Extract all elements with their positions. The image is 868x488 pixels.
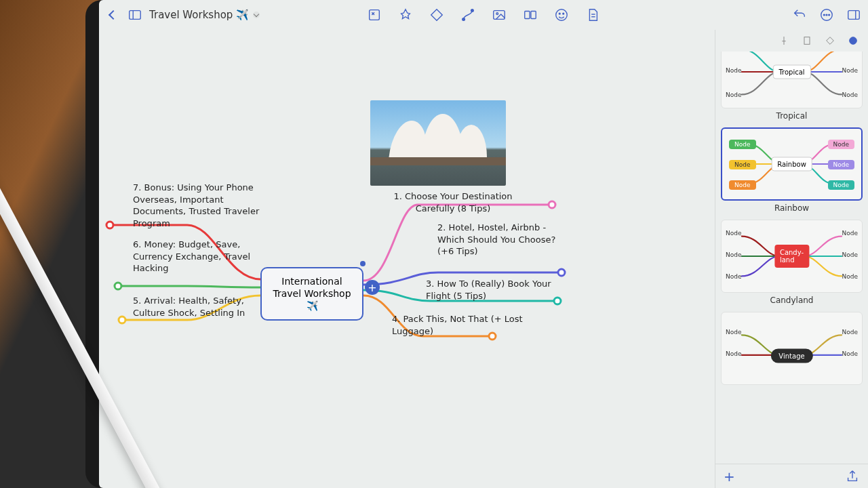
inspector-sidebar: Tropical Node Node Node Node Node Node T… xyxy=(715,30,868,488)
svg-point-5 xyxy=(462,18,465,21)
pin-icon[interactable] xyxy=(398,7,413,22)
svg-rect-20 xyxy=(848,11,860,20)
svg-rect-29 xyxy=(804,37,810,45)
destination-image[interactable] xyxy=(370,100,506,186)
svg-point-22 xyxy=(549,201,555,208)
svg-point-13 xyxy=(563,13,564,14)
sidebar-footer: + xyxy=(715,464,868,488)
svg-point-19 xyxy=(829,14,830,16)
theme-label: Candyland xyxy=(721,296,863,305)
svg-point-12 xyxy=(559,13,560,14)
svg-point-6 xyxy=(471,9,474,12)
branch-7[interactable]: 7. Bonus: Using Your Phone Overseas, Imp… xyxy=(133,182,275,229)
share-icon[interactable] xyxy=(845,469,860,484)
svg-point-11 xyxy=(556,9,568,21)
image-icon[interactable] xyxy=(492,7,507,22)
svg-rect-9 xyxy=(525,12,530,19)
svg-rect-7 xyxy=(494,11,505,20)
sidebar-toggle-icon[interactable] xyxy=(127,7,142,22)
undo-icon[interactable] xyxy=(792,7,807,22)
note-icon[interactable] xyxy=(585,7,600,22)
layout-icon[interactable] xyxy=(523,7,538,22)
inspector-tabs xyxy=(715,30,868,52)
svg-point-30 xyxy=(850,37,857,45)
top-toolbar: Travel Workshop ✈️ xyxy=(99,0,868,30)
theme-center-label: Vintage xyxy=(770,348,812,363)
theme-center-label: Rainbow xyxy=(771,157,812,171)
tab-tag-icon[interactable] xyxy=(825,35,835,46)
svg-point-18 xyxy=(826,14,827,16)
theme-center-label: Tropical xyxy=(772,65,810,79)
mindmap-canvas[interactable]: International Travel Workshop ✈️ + 1. Ch… xyxy=(99,30,715,488)
theme-label: Rainbow xyxy=(721,203,863,213)
tag-icon[interactable] xyxy=(429,7,444,22)
theme-label: Tropical xyxy=(721,111,863,121)
tab-note-icon[interactable] xyxy=(802,35,812,46)
emoji-icon[interactable] xyxy=(554,7,569,22)
svg-point-27 xyxy=(115,283,121,289)
selection-handle[interactable] xyxy=(360,261,366,266)
branch-6[interactable]: 6. Money: Budget, Save, Currency Exchang… xyxy=(133,239,269,274)
document-title-text: Travel Workshop ✈️ xyxy=(149,9,249,21)
theme-candyland[interactable]: Candy- land Node Node Node Node Node Nod… xyxy=(721,220,863,293)
svg-point-28 xyxy=(106,222,113,228)
add-node-button[interactable]: + xyxy=(365,280,380,295)
chevron-down-icon[interactable] xyxy=(253,12,260,18)
theme-tropical[interactable]: Tropical Node Node Node Node Node Node xyxy=(721,52,863,108)
svg-point-26 xyxy=(119,317,125,323)
svg-rect-10 xyxy=(531,12,536,19)
add-theme-button[interactable]: + xyxy=(724,468,735,485)
more-icon[interactable] xyxy=(819,7,834,22)
theme-vintage[interactable]: Vintage Node Node Node Node xyxy=(721,312,863,385)
inspector-toggle-icon[interactable] xyxy=(846,7,861,22)
tab-style-icon[interactable] xyxy=(848,35,859,46)
svg-point-8 xyxy=(496,13,498,15)
back-button[interactable] xyxy=(106,7,121,22)
theme-rainbow[interactable]: Node Node Node Node Node Node Rainbow xyxy=(721,127,863,201)
svg-rect-0 xyxy=(130,11,141,20)
branch-1[interactable]: 1. Choose Your Destination Carefully (8 … xyxy=(382,190,524,214)
branch-5[interactable]: 5. Arrival: Health, Safety, Culture Shoc… xyxy=(133,295,269,319)
document-title[interactable]: Travel Workshop ✈️ xyxy=(149,9,260,21)
branch-2[interactable]: 2. Hotel, Hostel, Airbnb - Which Should … xyxy=(437,222,566,258)
tab-pin-icon[interactable] xyxy=(778,35,789,46)
center-node[interactable]: International Travel Workshop ✈️ xyxy=(260,267,363,321)
svg-point-17 xyxy=(823,14,825,16)
svg-point-23 xyxy=(558,269,565,276)
branch-3[interactable]: 3. How To (Really) Book Your Flight (5 T… xyxy=(426,278,568,302)
theme-list[interactable]: Tropical Node Node Node Node Node Node T… xyxy=(715,52,868,464)
connector-icon[interactable] xyxy=(460,7,475,22)
focus-icon[interactable] xyxy=(367,7,382,22)
branch-4[interactable]: 4. Pack This, Not That (+ Lost Luggage) xyxy=(392,313,541,337)
theme-center-label: Candy- land xyxy=(774,245,809,268)
